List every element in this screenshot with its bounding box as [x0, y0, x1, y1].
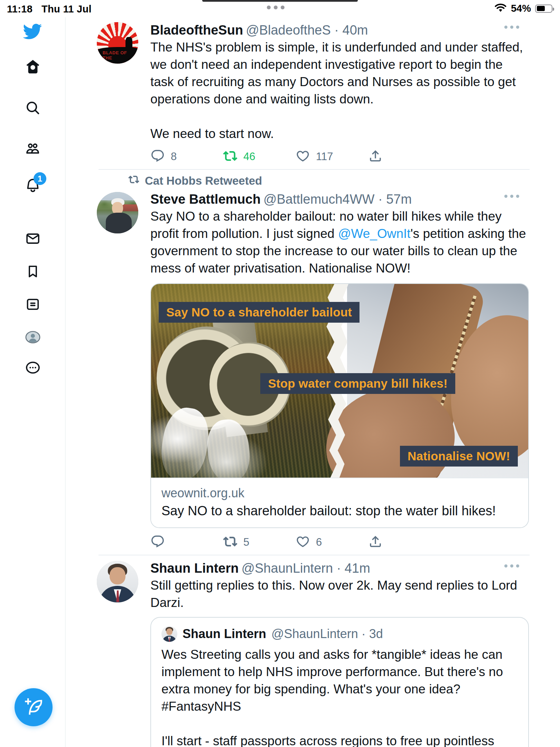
quoted-paragraph: I'll start - staff passports across regi…	[161, 732, 518, 747]
sidebar-nav: 1	[0, 17, 66, 747]
bookmark-icon	[25, 264, 41, 279]
sidebar-item-notifications[interactable]: 1	[25, 177, 41, 193]
tweet[interactable]: Shaun Lintern@ShaunLintern · 41m Still g…	[66, 555, 560, 747]
window-top-edge	[202, 0, 358, 2]
tweet[interactable]: BLADE OF THE BladeoftheSun@BladeoftheS ·…	[66, 17, 560, 170]
like-button[interactable]: 6	[296, 534, 368, 550]
wifi-icon	[494, 3, 507, 14]
author-meta: @Battlemuch4WW · 57m	[263, 192, 412, 206]
tweet-text: The NHS's problem is simple, it is under…	[150, 39, 529, 142]
search-icon	[25, 100, 41, 116]
battery-percent: 54%	[511, 3, 531, 14]
author-meta: @BladeoftheS · 40m	[246, 23, 368, 37]
tweet-text: Still getting replies to this. Now over …	[150, 577, 529, 611]
tweet[interactable]: Cat Hobbs Retweeted Steve Battlemuch@Bat…	[66, 170, 560, 555]
share-button[interactable]	[368, 149, 383, 164]
link-preview-card[interactable]: Say NO to a shareholder bailout Stop wat…	[150, 283, 529, 528]
quoted-author-meta: @ShaunLintern · 3d	[271, 626, 383, 642]
reply-count: 8	[171, 150, 177, 163]
status-bar: 11:18Thu 11 Jul 54%	[0, 0, 560, 17]
tweet-actions: 8 46 117	[150, 149, 420, 164]
share-button[interactable]	[368, 534, 383, 550]
retweet-icon	[128, 174, 139, 188]
multitasking-indicator[interactable]	[267, 6, 284, 9]
sidebar-item-messages[interactable]	[25, 231, 41, 247]
timeline: BLADE OF THE BladeoftheSun@BladeoftheS ·…	[66, 17, 560, 747]
avatar	[161, 626, 177, 642]
sidebar-item-more[interactable]	[25, 360, 41, 376]
quoted-tweet-header: Shaun Lintern @ShaunLintern · 3d	[161, 626, 518, 642]
author-meta: @ShaunLintern · 41m	[241, 561, 370, 575]
tweet-text: Say NO to a shareholder bailout: no wate…	[150, 208, 529, 277]
retweeted-by-line[interactable]: Cat Hobbs Retweeted	[128, 174, 529, 188]
image-caption-bottom: Nationalise NOW!	[400, 446, 518, 467]
home-icon	[25, 59, 41, 75]
retweet-icon	[223, 534, 237, 550]
card-image: Say NO to a shareholder bailout Stop wat…	[151, 284, 528, 478]
avatar[interactable]	[97, 192, 138, 233]
tweet-actions: 5 6	[150, 534, 420, 550]
sidebar-item-search[interactable]	[25, 100, 41, 116]
notification-badge: 1	[34, 172, 46, 185]
profile-avatar-icon	[25, 329, 41, 345]
sidebar-item-bookmarks[interactable]	[25, 264, 41, 279]
clock: 11:18	[7, 3, 32, 15]
retweet-icon	[223, 149, 237, 164]
tweet-paragraph: The NHS's problem is simple, it is under…	[150, 39, 529, 108]
sidebar-item-home[interactable]	[25, 59, 41, 75]
card-domain: weownit.org.uk	[161, 485, 518, 501]
author-name[interactable]: BladeoftheSun	[150, 23, 243, 37]
reply-button[interactable]	[150, 534, 223, 550]
retweet-button[interactable]: 46	[223, 149, 296, 164]
card-footer: weownit.org.uk Say NO to a shareholder b…	[151, 478, 528, 527]
more-circle-icon	[25, 360, 41, 376]
sidebar-item-profile[interactable]	[25, 329, 41, 345]
tweet-paragraph: We need to start now.	[150, 125, 529, 142]
status-date: Thu 11 Jul	[41, 3, 92, 15]
tweet-more-button[interactable]	[504, 564, 519, 568]
reply-icon	[150, 534, 165, 550]
tweet-more-button[interactable]	[504, 26, 519, 29]
quoted-tweet-card[interactable]: Shaun Lintern @ShaunLintern · 3d Wes Str…	[150, 617, 529, 747]
avatar[interactable]	[97, 561, 138, 602]
reply-icon	[150, 149, 165, 164]
avatar[interactable]: BLADE OF THE	[97, 22, 138, 64]
quoted-author-name: Shaun Lintern	[183, 626, 266, 642]
tweet-paragraph: Say NO to a shareholder bailout: no wate…	[150, 208, 529, 277]
like-count: 6	[316, 536, 322, 548]
quoted-tweet-text: Wes Streeting calls you and asks for *ta…	[161, 646, 518, 747]
share-icon	[368, 534, 383, 550]
author-name[interactable]: Shaun Lintern	[150, 561, 239, 575]
compose-tweet-button[interactable]	[15, 688, 53, 726]
like-count: 117	[316, 150, 333, 163]
retweet-button[interactable]: 5	[223, 534, 296, 550]
sidebar-item-lists[interactable]	[25, 296, 41, 312]
card-title: Say NO to a shareholder bailout: stop th…	[161, 502, 518, 519]
retweeted-by-label: Cat Hobbs Retweeted	[145, 174, 262, 187]
envelope-icon	[25, 231, 41, 247]
tweet-more-button[interactable]	[504, 195, 519, 198]
author-name[interactable]: Steve Battlemuch	[150, 192, 261, 206]
share-icon	[368, 149, 383, 164]
lists-icon	[25, 296, 41, 312]
retweet-count: 5	[243, 536, 249, 548]
image-caption-middle: Stop water company bill hikes!	[260, 373, 455, 394]
tweet-paragraph: Still getting replies to this. Now over …	[150, 577, 529, 611]
compose-feather-icon	[24, 698, 43, 717]
mention-link[interactable]: @We_OwnIt	[338, 227, 411, 241]
image-caption-top: Say NO to a shareholder bailout	[159, 302, 360, 323]
battery-icon	[535, 4, 552, 13]
heart-icon	[296, 534, 310, 550]
sidebar-item-communities[interactable]	[25, 141, 41, 157]
avatar-art-text: BLADE OF THE	[103, 50, 130, 61]
like-button[interactable]: 117	[296, 149, 368, 164]
communities-icon	[25, 141, 41, 157]
quoted-paragraph: Wes Streeting calls you and asks for *ta…	[161, 646, 518, 715]
heart-icon	[296, 149, 310, 164]
retweet-count: 46	[243, 150, 255, 163]
reply-button[interactable]: 8	[150, 149, 223, 164]
twitter-logo[interactable]	[22, 21, 42, 42]
